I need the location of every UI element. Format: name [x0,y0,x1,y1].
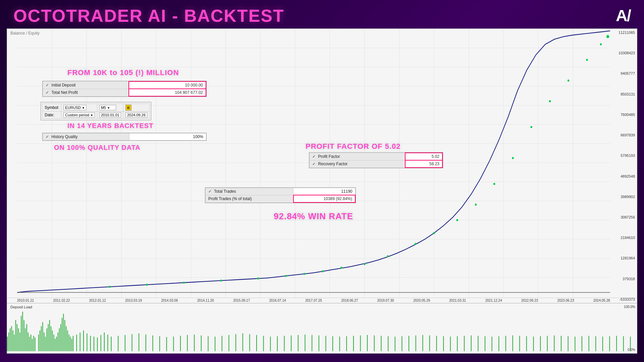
profit-factor-row: ✓ Profit Factor 5.02 [310,153,443,160]
timeframe-cell[interactable]: M5 ▼ [97,104,123,112]
svg-rect-156 [429,336,430,351]
svg-rect-169 [519,336,520,351]
svg-rect-181 [602,337,603,351]
total-trades-label-cell: ✓ Total Trades [206,188,293,195]
symbol-select[interactable]: EURUSD ▼ [63,105,86,110]
svg-rect-87 [56,337,57,351]
svg-rect-99 [73,336,73,351]
svg-point-51 [606,35,609,38]
date-to-cell[interactable]: 2024.09.26 [123,112,149,119]
recovery-factor-label-cell: ✓ Recovery Factor [310,160,405,168]
svg-rect-122 [194,335,195,351]
deposit-bottom-pct: 0.0% [628,348,635,352]
svg-rect-144 [346,336,347,351]
svg-point-39 [387,255,389,257]
svg-rect-113 [131,334,132,351]
svg-point-43 [475,203,477,205]
svg-rect-141 [325,336,326,351]
profit-factor-value-cell: 5.02 [405,153,442,160]
symbol-value-cell[interactable]: EURUSD ▼ [61,104,97,112]
x-label-7: 2015.09.17 [233,299,250,302]
x-label-10: 2018.06.27 [341,299,358,302]
settings-box: Symbol: EURUSD ▼ M5 ▼ ⚙ [41,102,151,120]
svg-rect-69 [29,337,30,351]
svg-rect-152 [401,336,402,351]
svg-rect-135 [284,336,284,351]
y-label-4: 8503131 [610,92,636,96]
svg-rect-54 [8,333,9,351]
x-label-16: 2023.06.23 [557,299,574,302]
svg-rect-124 [208,336,208,351]
svg-point-46 [530,126,532,128]
svg-point-44 [493,183,495,185]
timeframe-select[interactable]: M5 ▼ [99,105,116,110]
deposit-row: ✓ Initial Deposit 10 000.00 [43,81,206,89]
x-label-5: 2014.03.06 [161,299,178,302]
y-label-13: 379318 [610,277,636,281]
svg-rect-66 [25,328,26,351]
annotation-profit-factor: PROFIT FACTOR OF 5.02 [306,142,400,151]
history-table: ✓ History Quality 100% [43,133,206,140]
svg-rect-173 [547,336,548,351]
svg-rect-121 [187,335,188,351]
deposit-info-box: ✓ Initial Deposit 10 000.00 ✓ Total Net … [42,81,207,97]
date-type-cell[interactable]: Custom period ▼ [61,112,97,119]
date-from-cell[interactable]: 2010.01.01 [97,112,123,119]
x-label-3: 2012.01.12 [89,299,106,302]
svg-rect-67 [26,324,27,351]
svg-rect-76 [41,326,42,351]
svg-rect-151 [395,337,395,351]
svg-point-33 [257,278,259,280]
svg-rect-81 [48,324,49,351]
svg-rect-77 [42,322,43,351]
x-label-17: 2024.05.28 [593,299,610,302]
svg-rect-143 [339,337,340,351]
date-from-input[interactable]: 2010.01.01 [99,112,121,118]
svg-rect-79 [45,337,46,351]
symbol-row: Symbol: EURUSD ▼ M5 ▼ ⚙ [43,104,150,112]
svg-rect-145 [353,336,354,351]
main-area: Balance / Equity 11211065 10308423 94057… [7,28,637,354]
svg-rect-95 [67,330,68,351]
svg-point-49 [586,59,588,61]
history-label-cell: ✓ History Quality [43,133,129,140]
profit-factor-label-cell: ✓ Profit Factor [310,153,405,160]
svg-rect-130 [249,334,250,351]
svg-point-37 [340,266,342,268]
svg-rect-109 [107,335,108,351]
y-label-14: -5333373 [610,297,636,301]
x-label-4: 2013.03.19 [125,299,142,302]
profit-factor-table: ✓ Profit Factor 5.02 ✓ Recovery Factor 5… [309,153,443,168]
svg-rect-146 [360,336,361,351]
page-header: OCTOTRADER AI - BACKTEST A/ [0,0,644,28]
svg-rect-101 [80,333,80,351]
svg-rect-164 [485,336,485,351]
svg-point-40 [415,243,417,245]
recovery-factor-value-cell: 58.23 [405,160,442,168]
annotation-years: IN 14 YEARS BACKTEST [67,122,153,130]
svg-rect-120 [180,336,181,351]
date-type-select[interactable]: Custom period ▼ [63,112,95,118]
svg-rect-178 [582,336,582,351]
svg-rect-73 [35,338,36,351]
date-to-input[interactable]: 2024.09.26 [125,112,147,118]
svg-rect-159 [450,337,451,351]
svg-point-42 [456,219,458,221]
btn-cell[interactable]: ⚙ [123,104,149,112]
svg-rect-84 [52,330,53,351]
svg-rect-138 [305,335,305,351]
svg-rect-160 [457,336,458,351]
annotation-from-to: FROM 10K to 105 (!) MILLION [67,68,179,77]
svg-point-41 [433,232,435,234]
settings-button[interactable]: ⚙ [125,105,131,111]
svg-rect-153 [409,336,409,351]
net-profit-label-cell: ✓ Total Net Profit [43,89,129,96]
trades-box: ✓ Total Trades 11190 Profit Trades (% of… [205,187,356,203]
svg-rect-60 [17,324,17,351]
svg-point-48 [568,79,570,81]
y-label-3: 9405777 [610,71,636,75]
svg-rect-111 [118,336,118,351]
total-trades-row: ✓ Total Trades 11190 [206,188,356,195]
svg-rect-129 [243,333,243,351]
annotation-quality: ON 100% QUALITY DATA [54,144,141,152]
